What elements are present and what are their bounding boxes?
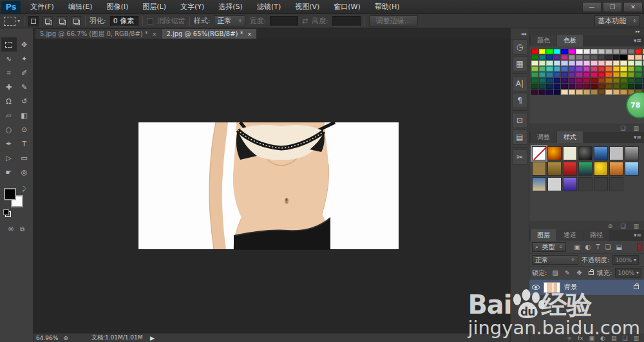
styles-panel-menu-icon[interactable]: ▾≡ (634, 134, 641, 140)
blend-mode-select[interactable]: 正常÷ (532, 255, 578, 265)
color-swatch[interactable] (635, 78, 642, 83)
color-swatch[interactable] (531, 61, 538, 66)
layers-panel-menu-icon[interactable]: ▾≡ (634, 232, 641, 238)
layer-filter-icon-3[interactable]: ❏ (603, 243, 612, 251)
swatches-tab-颜色[interactable]: 颜色 (531, 35, 556, 46)
default-colors-icon[interactable] (3, 209, 9, 215)
fill-select[interactable]: 100%▾ (615, 268, 641, 278)
width-input[interactable] (270, 16, 298, 26)
color-swatch[interactable] (598, 66, 605, 71)
layers-tab-图层[interactable]: 图层 (531, 229, 556, 241)
color-swatch[interactable] (591, 72, 598, 77)
swatches-footer-icon-0[interactable]: ❏ (620, 125, 625, 131)
image-canvas[interactable] (138, 122, 399, 249)
color-swatch[interactable] (539, 72, 546, 77)
crop-tool[interactable]: ⌗ (1, 66, 17, 80)
document-tab[interactable]: 2.jpg @ 65%(RGB/8#) *× (162, 29, 256, 39)
color-swatch[interactable] (591, 84, 598, 89)
color-swatch[interactable] (605, 72, 612, 77)
color-swatch[interactable] (531, 66, 538, 71)
color-swatch[interactable] (605, 61, 612, 66)
color-swatch[interactable] (583, 61, 591, 66)
antialias-checkbox[interactable] (147, 18, 153, 24)
healing-brush-tool[interactable]: ✚ (1, 80, 17, 94)
color-swatch[interactable] (576, 90, 583, 95)
layers-footer-icon-5[interactable]: ❏ (622, 335, 627, 341)
color-swatch[interactable] (576, 72, 583, 77)
color-swatch[interactable] (620, 78, 627, 83)
color-swatch[interactable] (561, 55, 568, 60)
color-swatch[interactable] (583, 66, 591, 71)
menu-item-6[interactable]: 滤镜(T) (250, 0, 288, 14)
color-swatch[interactable] (598, 49, 605, 54)
color-swatch[interactable] (554, 84, 561, 89)
layers-footer-icon-1[interactable]: fx (578, 335, 583, 341)
tab-close-icon[interactable]: × (247, 31, 252, 37)
lock-all-icon[interactable] (589, 271, 594, 275)
color-swatch[interactable] (569, 55, 576, 60)
selection-add-button[interactable] (43, 16, 53, 26)
layer-lock-option-icon-2[interactable]: ✥ (574, 269, 583, 276)
dodge-tool[interactable]: ⊙ (17, 122, 32, 137)
color-swatch[interactable] (613, 66, 620, 71)
workspace-select[interactable]: 基本功能÷ (594, 15, 640, 26)
color-swatch[interactable] (583, 84, 591, 89)
color-swatch[interactable] (598, 55, 605, 60)
style-landscape[interactable] (532, 177, 546, 191)
pen-tool[interactable]: ✒ (1, 137, 17, 151)
color-swatch[interactable] (613, 49, 620, 54)
style-orange-gradient[interactable] (609, 162, 623, 176)
color-swatch[interactable] (554, 61, 561, 66)
color-swatch[interactable] (620, 61, 627, 66)
close-button[interactable]: ✕ (623, 2, 643, 12)
style-blue-glass[interactable] (594, 146, 608, 160)
character-panel-icon[interactable]: A| (512, 76, 527, 91)
style-dotted[interactable] (547, 177, 562, 191)
selection-subtract-button[interactable] (57, 16, 67, 26)
rectangular-marquee-tool[interactable] (1, 37, 17, 52)
color-swatch[interactable] (628, 66, 635, 71)
hand-tool[interactable]: ☛ (1, 165, 17, 179)
layers-footer-icon-6[interactable]: ▥ (633, 335, 639, 341)
color-swatch[interactable] (554, 49, 561, 54)
color-swatch[interactable] (531, 78, 538, 83)
layer-filter-icon-1[interactable]: ◐ (583, 243, 593, 251)
zoom-tool[interactable]: ◎ (17, 165, 32, 179)
style-purple-3d[interactable] (563, 177, 577, 191)
lasso-tool[interactable]: ∿ (1, 52, 17, 66)
tool-presets-panel-icon[interactable]: ✂ (512, 149, 527, 165)
color-swatch[interactable] (539, 84, 546, 89)
color-swatch[interactable] (561, 90, 568, 95)
color-swatch[interactable] (635, 66, 642, 71)
style-black-gloss[interactable] (578, 146, 592, 160)
color-swatch[interactable] (613, 72, 620, 77)
color-swatch[interactable] (561, 78, 568, 83)
color-swatch[interactable] (569, 90, 576, 95)
color-swatch[interactable] (546, 84, 553, 89)
layer-visibility-icon[interactable] (532, 285, 540, 290)
color-swatch[interactable] (546, 66, 553, 71)
color-swatch[interactable] (554, 72, 561, 77)
color-swatch[interactable] (598, 78, 605, 83)
current-tool-icon[interactable] (4, 17, 15, 26)
color-swatch[interactable] (561, 49, 568, 54)
menu-item-7[interactable]: 视图(V) (288, 0, 327, 14)
color-swatch[interactable] (605, 90, 612, 95)
layer-lock-option-icon-0[interactable]: ▨ (550, 269, 560, 276)
magic-wand-tool[interactable]: ✦ (17, 52, 32, 66)
canvas-background[interactable] (33, 39, 510, 333)
color-swatch[interactable] (539, 90, 546, 95)
color-swatch[interactable] (613, 61, 620, 66)
color-swatch[interactable] (546, 90, 553, 95)
layers-tab-路径[interactable]: 路径 (583, 229, 609, 241)
menu-item-3[interactable]: 图层(L) (135, 0, 173, 14)
color-swatch[interactable] (539, 55, 546, 60)
color-swatch[interactable] (554, 78, 561, 83)
history-panel-icon[interactable]: ◷ (512, 39, 527, 55)
style-flat-gray[interactable] (609, 146, 623, 160)
swatches-footer-icon-1[interactable]: ▥ (633, 125, 639, 131)
color-swatch[interactable] (591, 55, 598, 60)
color-swatch[interactable] (613, 78, 620, 83)
rectangle-tool[interactable]: ▭ (17, 151, 32, 165)
layers-footer-icon-4[interactable]: ▤ (611, 335, 617, 341)
